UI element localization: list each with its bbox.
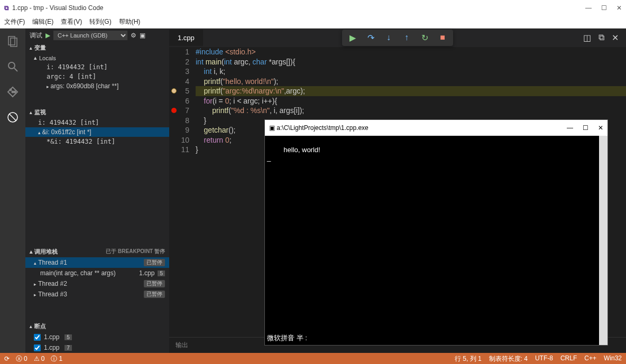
sync-icon[interactable]: ⟳ — [4, 355, 10, 362]
step-into-button[interactable]: ↓ — [384, 33, 393, 43]
info-count[interactable]: ⓘ 1 — [51, 354, 62, 363]
svg-line-8 — [10, 114, 16, 120]
svg-point-6 — [14, 91, 16, 93]
console-title: a:\C\LightProjects\tmp\1.cpp.exe — [277, 124, 368, 132]
tab-1cpp[interactable]: 1.cpp — [169, 30, 203, 46]
step-out-button[interactable]: ↑ — [402, 33, 411, 43]
close-all-icon[interactable]: ✕ — [612, 33, 619, 43]
settings-icon[interactable]: ⚙ — [131, 32, 136, 39]
restart-button[interactable]: ↻ — [420, 33, 429, 43]
launch-config-select[interactable]: C++ Launch (GDB) — [53, 31, 127, 40]
svg-line-3 — [14, 68, 17, 71]
activity-bar — [0, 29, 25, 353]
eol[interactable]: CRLF — [560, 354, 577, 363]
search-icon[interactable] — [5, 59, 20, 74]
svg-point-4 — [10, 89, 12, 91]
menu-view[interactable]: 查看(V) — [61, 17, 82, 26]
bp-checkbox[interactable] — [34, 334, 41, 341]
callstack-header[interactable]: ▴ 调用堆栈已于 BREAKPOINT 暂停 — [25, 246, 169, 257]
menu-file[interactable]: 文件(F) — [4, 17, 25, 26]
more-icon[interactable]: ⧉ — [599, 33, 604, 43]
stack-frame[interactable]: main(int argc, char ** args)1.cpp5 — [25, 268, 169, 278]
vscode-icon: ⧉ — [4, 4, 9, 12]
var-i[interactable]: i: 4194432 [int] — [25, 62, 169, 72]
console-output[interactable]: hello, world! _ 微软拼音 半 : — [265, 136, 607, 345]
window-titlebar: ⧉ 1.cpp - tmp - Visual Studio Code — ☐ ✕ — [0, 0, 626, 16]
language-mode[interactable]: C++ — [584, 354, 596, 363]
split-editor-icon[interactable]: ◫ — [583, 33, 591, 43]
status-bar: ⟳ ⓧ 0 ⚠ 0 ⓘ 1 行 5, 列 1 制表符长度: 4 UTF-8 CR… — [0, 353, 626, 364]
git-icon[interactable] — [5, 85, 20, 99]
minimize-button[interactable]: — — [585, 4, 592, 12]
locals-header[interactable]: ▴Locals — [25, 53, 169, 62]
close-button[interactable]: ✕ — [616, 4, 622, 12]
console-maximize[interactable]: ☐ — [583, 124, 588, 132]
console-titlebar: ▣ a:\C\LightProjects\tmp\1.cpp.exe — ☐ ✕ — [265, 120, 607, 136]
window-title: 1.cpp - tmp - Visual Studio Code — [12, 4, 104, 12]
thread-row[interactable]: ▸ Thread #2已暂停 — [25, 278, 169, 289]
breakpoint-item[interactable]: 1.cpp5 — [25, 332, 169, 342]
menu-edit[interactable]: 编辑(E) — [32, 17, 53, 26]
console-icon[interactable]: ▣ — [140, 32, 145, 39]
thread-row[interactable]: ▸ Thread #3已暂停 — [25, 289, 169, 300]
watch-item[interactable]: i: 4194432 [int] — [25, 118, 169, 127]
warnings-count[interactable]: ⚠ 0 — [34, 355, 45, 362]
continue-button[interactable]: ▶ — [348, 33, 357, 43]
menu-bar: 文件(F) 编辑(E) 查看(V) 转到(G) 帮助(H) — [0, 16, 626, 29]
explorer-icon[interactable] — [5, 34, 20, 49]
console-scrollbar[interactable] — [599, 136, 607, 345]
breakpoints-header[interactable]: ▴断点 — [25, 321, 169, 332]
breakpoint-item[interactable]: 1.cpp7 — [25, 342, 169, 353]
debug-icon[interactable] — [5, 110, 20, 125]
debug-sidebar: 调试 ▶ C++ Launch (GDB) ⚙ ▣ ▴变量 ▴Locals i:… — [25, 29, 169, 353]
console-app-icon: ▣ — [269, 124, 275, 132]
watch-item[interactable]: *&i: 4194432 [int] — [25, 137, 169, 146]
tab-size[interactable]: 制表符长度: 4 — [489, 354, 528, 363]
watch-item[interactable]: ▴ &i: 0x61ff2c [int *] — [25, 127, 169, 137]
var-args[interactable]: ▸ args: 0x690db8 [char **] — [25, 81, 169, 91]
console-close[interactable]: ✕ — [598, 124, 603, 132]
debug-label: 调试 — [30, 31, 42, 40]
encoding[interactable]: UTF-8 — [535, 354, 553, 363]
errors-count[interactable]: ⓧ 0 — [16, 354, 27, 363]
cursor-position[interactable]: 行 5, 列 1 — [455, 354, 482, 363]
console-minimize[interactable]: — — [567, 124, 573, 132]
start-debug-button[interactable]: ▶ — [45, 32, 50, 39]
var-argc[interactable]: argc: 4 [int] — [25, 72, 169, 81]
debug-toolbar: ▶ ↷ ↓ ↑ ↻ ■ — [342, 30, 453, 46]
ime-status: 微软拼音 半 : — [267, 333, 307, 343]
svg-point-2 — [8, 62, 15, 69]
menu-goto[interactable]: 转到(G) — [89, 17, 111, 26]
menu-help[interactable]: 帮助(H) — [119, 17, 141, 26]
step-over-button[interactable]: ↷ — [366, 33, 375, 43]
svg-point-5 — [12, 91, 14, 93]
console-window: ▣ a:\C\LightProjects\tmp\1.cpp.exe — ☐ ✕… — [264, 119, 608, 346]
watch-header[interactable]: ▴监视 — [25, 107, 169, 118]
os-indicator[interactable]: Win32 — [604, 354, 622, 363]
bp-checkbox[interactable] — [34, 344, 41, 351]
variables-header[interactable]: ▴变量 — [25, 42, 169, 53]
maximize-button[interactable]: ☐ — [601, 4, 607, 12]
thread-row[interactable]: ▴ Thread #1已暂停 — [25, 257, 169, 268]
stop-button[interactable]: ■ — [438, 33, 447, 43]
